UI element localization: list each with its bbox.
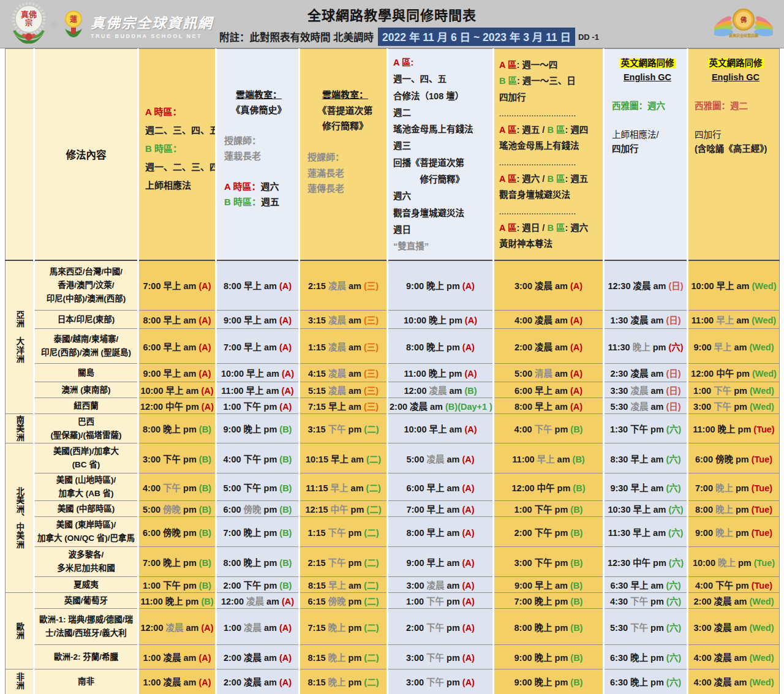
text-segment: 晚上 <box>429 315 447 325</box>
time-cell: 6:00早上am(A) <box>494 382 604 398</box>
text-segment: pm <box>653 558 666 568</box>
time-cell: 6:30晚上pm(六) <box>604 669 688 694</box>
text-segment: (A) <box>279 315 292 325</box>
text-segment: 凌晨 <box>163 653 181 663</box>
area-cell: 關島 <box>34 364 138 382</box>
time-cell: 3:00下午pm(B) <box>494 547 604 577</box>
time-cell: 11:00晚上pm(Tue) <box>688 414 780 443</box>
text-segment: 凌晨 <box>630 315 648 325</box>
time-cell: 12:15中午pm(二) <box>300 501 388 517</box>
text-segment: 週日 <box>393 225 411 235</box>
text-segment: pm <box>449 369 462 379</box>
text-segment: 清晨 <box>535 369 552 379</box>
area-line: 香港/澳門/汶萊/ <box>35 279 137 292</box>
text-segment: 早上 <box>246 386 264 396</box>
text-segment: 4:30 <box>610 597 628 606</box>
text-segment: (六) <box>668 528 683 538</box>
text-segment: am <box>653 505 666 515</box>
text-segment: 西雅圖：週二 <box>695 101 748 111</box>
text-segment: 晚上 <box>163 424 181 434</box>
text-segment: 7:00 <box>143 558 160 568</box>
text-segment: 下午 <box>714 402 731 412</box>
header-line <box>695 114 777 128</box>
text-segment: 12:00 <box>140 402 163 412</box>
text-segment: pm <box>555 597 568 606</box>
text-segment: 7:00 <box>224 528 241 538</box>
text-segment: 10:30 <box>608 505 630 515</box>
text-segment: 凌晨 <box>328 315 346 325</box>
text-segment: 下午 <box>630 623 648 633</box>
text-segment: (A) <box>279 653 292 663</box>
text-segment: 回播《菩提道次第 <box>393 158 464 168</box>
text-segment: (A) <box>570 315 582 325</box>
area-cell: 美國(西岸)/加拿大(BC 省) <box>34 443 138 473</box>
text-segment: 9:30 <box>610 483 628 493</box>
text-segment: pm <box>555 623 568 633</box>
text-segment: 晚上 <box>535 677 552 687</box>
text-segment: pm <box>738 558 752 568</box>
text-segment: 7:15 <box>308 402 326 412</box>
time-cell: 10:30早上am(六) <box>604 501 688 517</box>
text-segment: am <box>430 402 443 412</box>
text-segment: (B) <box>570 528 582 538</box>
text-segment: 5:00 <box>514 369 532 379</box>
time-cell: 11:00早上am(A) <box>216 382 300 398</box>
text-segment: 2:00 <box>224 677 241 687</box>
text-segment: 12:30 <box>608 558 630 568</box>
time-cell: 10:00早上am(A) <box>138 382 216 398</box>
text-segment: (Wed) <box>752 281 777 291</box>
time-cell: 1:30下午pm(六) <box>604 414 688 443</box>
text-segment: (A) <box>464 369 477 379</box>
column-header-7: 英文網路同修English GC 西雅圖：週二 四加行(含唸誦《高王經》) <box>688 49 780 260</box>
text-segment: 下午 <box>714 386 731 396</box>
text-segment: 早上 <box>716 315 734 325</box>
header-line: 四加行 <box>612 142 683 156</box>
text-segment: 11:30 <box>608 528 630 538</box>
text-segment: 7:00 <box>224 342 241 352</box>
header-line: 授課師： <box>224 133 293 148</box>
text-segment: 12:00 <box>512 483 535 493</box>
column-header-5: A 區: 週一～四B 區: 週一～三、日四加行.................… <box>494 49 604 260</box>
text-segment: am <box>266 369 279 379</box>
text-segment: 4:00 <box>693 677 711 687</box>
area-line: (聖保羅)/(福塔雷薩) <box>35 429 137 442</box>
text-segment: (B) <box>199 581 211 590</box>
text-segment: 中午 <box>716 369 734 379</box>
header-line: A 區: 週日 / B 區: 週六 <box>499 220 600 236</box>
text-segment: (A) <box>465 315 477 325</box>
area-line: 澳洲 (東南部) <box>35 383 137 397</box>
area-cell: 南非 <box>34 669 138 694</box>
text-segment: 凌晨 <box>630 402 648 412</box>
text-segment: 早上 <box>429 424 447 434</box>
text-segment: (A) <box>202 402 214 412</box>
header-line: 蓮滿長老 <box>307 165 383 181</box>
header-line: A 時區： <box>145 103 211 121</box>
text-segment: (A) <box>198 342 211 352</box>
text-segment: : 週六 / <box>516 174 547 184</box>
time-cell: 12:30凌晨am(日) <box>604 260 688 311</box>
text-segment: (A) <box>462 677 475 687</box>
text-segment: 8:00 <box>224 281 241 291</box>
text-segment: pm <box>349 558 362 568</box>
text-segment: am <box>186 386 198 396</box>
text-segment: am <box>349 386 361 396</box>
time-cell: 9:00早上am(A) <box>388 547 494 577</box>
text-segment: am <box>734 623 747 633</box>
text-segment: (B) <box>279 581 292 590</box>
text-segment: : 週一～三、日 <box>517 76 576 86</box>
text-segment: am <box>349 369 361 379</box>
text-segment: (六) <box>666 653 681 663</box>
text-segment: am <box>555 342 568 352</box>
header-line: 修行簡釋》 <box>393 172 490 188</box>
svg-text:真佛宗全球資訊網: 真佛宗全球資訊網 <box>729 33 758 38</box>
time-cell: 2:00下午pm(A) <box>388 609 494 645</box>
text-segment: 凌晨 <box>410 402 428 412</box>
text-segment: 晚上 <box>165 597 183 606</box>
text-segment: (Wed) <box>749 623 774 633</box>
text-segment: 6:00 <box>406 483 424 493</box>
text-segment: am <box>447 483 459 493</box>
text-segment: pm <box>734 402 747 412</box>
time-cell: 11:00早上am(B) <box>494 443 604 473</box>
text-segment: (六) <box>666 597 681 606</box>
text-segment: (二) <box>366 454 381 464</box>
